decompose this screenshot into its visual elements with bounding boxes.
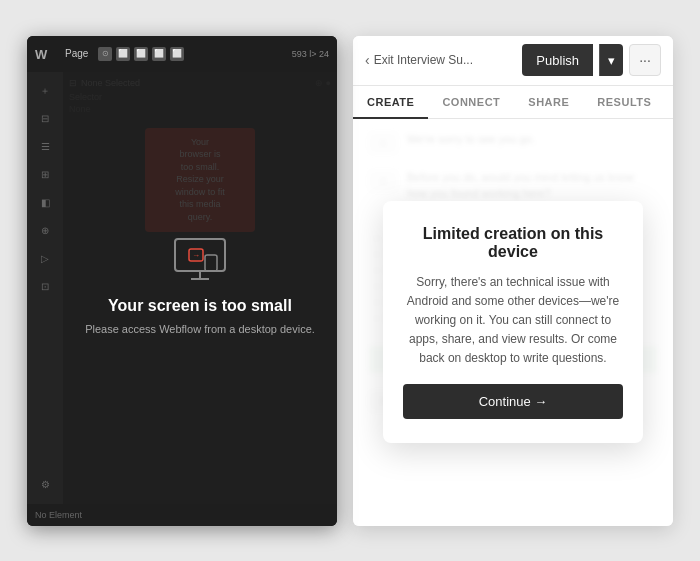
survey-body: 1 We're sorry to see you go. 2 Before yo… xyxy=(353,119,673,526)
limited-modal-overlay: Limited creation on this device Sorry, t… xyxy=(353,119,673,526)
topbar-icon-4: ⬜ xyxy=(152,47,166,61)
sidebar-icon-apps[interactable]: ⊡ xyxy=(34,276,56,298)
webflow-logo: W xyxy=(35,45,53,63)
limited-creation-modal: Limited creation on this device Sorry, t… xyxy=(383,201,643,444)
monitor-icon: → xyxy=(173,237,227,285)
tab-results[interactable]: RESULTS xyxy=(583,86,665,118)
webflow-topbar: W Page ⊙ ⬜ ⬜ ⬜ ⬜ 593 l> 24 xyxy=(27,36,337,72)
sidebar-icon-settings[interactable]: ⚙ xyxy=(34,474,56,496)
topbar-icon-1: ⊙ xyxy=(98,47,112,61)
survey-back-label: Exit Interview Su... xyxy=(374,53,473,67)
sidebar-icon-layout[interactable]: ⊟ xyxy=(34,108,56,130)
overlay-subtitle: Please access Webflow from a desktop dev… xyxy=(85,321,315,338)
editor-main: ＋ ⊟ ☰ ⊞ ◧ ⊕ ▷ ⊡ ⚙ ⊟ None Selected ⊕ ● Se… xyxy=(27,72,337,504)
left-sidebar: ＋ ⊟ ☰ ⊞ ◧ ⊕ ▷ ⊡ ⚙ xyxy=(27,72,63,504)
publish-button[interactable]: Publish xyxy=(522,44,593,76)
more-options-button[interactable]: ··· xyxy=(629,44,661,76)
svg-text:W: W xyxy=(35,47,48,62)
screen-too-small-overlay: → Your screen is too small Please access… xyxy=(63,72,337,504)
tab-create[interactable]: CREATE xyxy=(353,86,428,118)
publish-dropdown-button[interactable]: ▾ xyxy=(599,44,623,76)
back-button[interactable]: ‹ Exit Interview Su... xyxy=(365,52,473,68)
publish-group: Publish ▾ ··· xyxy=(522,44,661,76)
topbar-breadcrumb: 593 l> 24 xyxy=(292,49,329,59)
topbar-icon-5: ⬜ xyxy=(170,47,184,61)
svg-text:→: → xyxy=(192,251,200,260)
topbar-icon-3: ⬜ xyxy=(134,47,148,61)
chevron-down-icon: ▾ xyxy=(608,53,615,68)
svg-rect-6 xyxy=(205,255,217,271)
sidebar-icon-add[interactable]: ＋ xyxy=(34,80,56,102)
survey-tabs: CREATE CONNECT SHARE RESULTS xyxy=(353,86,673,119)
sidebar-icon-cms[interactable]: ⊞ xyxy=(34,164,56,186)
back-arrow-icon: ‹ xyxy=(365,52,370,68)
bottom-element-label: No Element xyxy=(35,510,82,520)
topbar-tabs: Page ⊙ ⬜ ⬜ ⬜ ⬜ xyxy=(59,46,286,61)
tab-connect[interactable]: CONNECT xyxy=(428,86,514,118)
webflow-editor: W Page ⊙ ⬜ ⬜ ⬜ ⬜ 593 l> 24 ＋ ⊟ ☰ ⊞ ◧ ⊕ ▷… xyxy=(27,36,337,526)
sidebar-icon-ecomm[interactable]: ⊕ xyxy=(34,220,56,242)
overlay-title: Your screen is too small xyxy=(108,297,292,315)
modal-title: Limited creation on this device xyxy=(403,225,623,261)
sidebar-icon-assets[interactable]: ◧ xyxy=(34,192,56,214)
topbar-icon-2: ⬜ xyxy=(116,47,130,61)
modal-body: Sorry, there's an technical issue with A… xyxy=(403,273,623,369)
editor-content: ⊟ None Selected ⊕ ● Selector None Your b… xyxy=(63,72,337,504)
page-tab[interactable]: Page xyxy=(59,46,94,61)
tab-share[interactable]: SHARE xyxy=(514,86,583,118)
sidebar-icon-logic[interactable]: ▷ xyxy=(34,248,56,270)
survey-header: ‹ Exit Interview Su... Publish ▾ ··· xyxy=(353,36,673,86)
sidebar-icon-pages[interactable]: ☰ xyxy=(34,136,56,158)
continue-button[interactable]: Continue → xyxy=(403,384,623,419)
editor-bottom-bar: No Element xyxy=(27,504,337,526)
survey-panel: ‹ Exit Interview Su... Publish ▾ ··· CRE… xyxy=(353,36,673,526)
